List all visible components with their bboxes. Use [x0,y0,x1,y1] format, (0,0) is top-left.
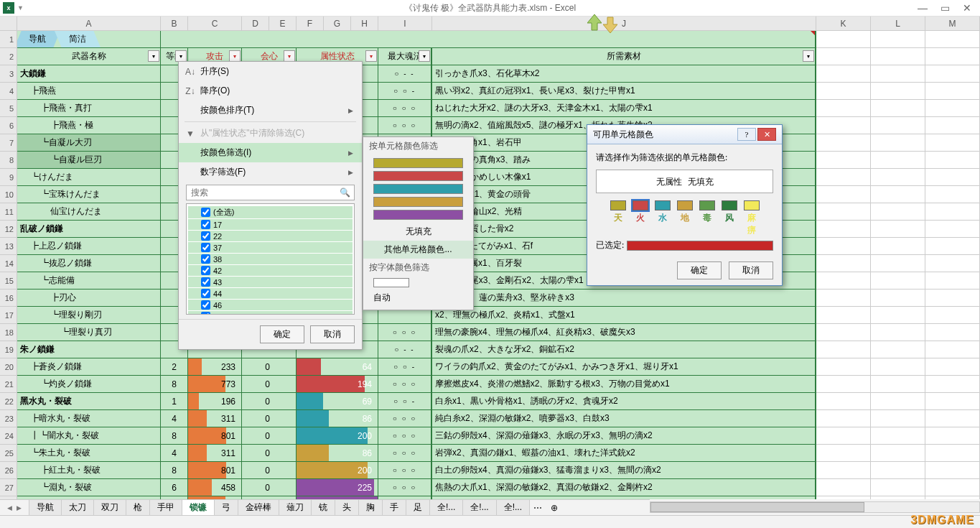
weapon-name[interactable]: ┣飛燕・極 [17,117,161,134]
level-cell[interactable]: 2 [161,358,188,376]
max-cell[interactable]: ○ ○ ○ [378,324,432,341]
level-cell[interactable]: 8 [161,427,188,445]
material-cell[interactable]: 裂魂の爪x2、大きな牙x2、銅鉱石x2 [432,341,816,358]
weapon-name[interactable]: ┣飛燕 [17,83,161,100]
material-cell[interactable]: ワイラの鈎爪x2、黄金のたてがみx1、かみつき牙x1、堀り牙x1 [432,358,816,376]
row-header[interactable]: 8 [0,152,17,169]
filter-dropdown[interactable]: ▾ [284,50,295,62]
col-header-B[interactable]: B [161,17,188,31]
crit-cell[interactable]: 0 [242,479,297,496]
col-header-D[interactable]: D [242,17,269,31]
filter-dropdown[interactable]: ▾ [365,50,377,62]
cells-area[interactable]: 导航简洁武器名称▾等级▾攻击▾会心▾属性状态▾最大魂済▾所需素材▾大鎖鎌○ - … [17,31,980,514]
crit-cell[interactable]: 0 [242,427,297,445]
sort-desc[interactable]: Z↓降序(O) [179,81,362,101]
sheet-tab[interactable]: 手甲 [149,500,182,516]
material-cell[interactable]: 白土の卵殻x4、真淵の薙鎌x3、猛毒溜まりx3、無間の滴x2 [432,462,816,479]
color-swatch[interactable] [373,158,463,168]
dialog-color-swatch[interactable] [722,200,737,210]
row-header[interactable]: 20 [0,358,17,376]
color-swatch[interactable] [373,171,463,181]
filter-dropdown[interactable]: ▾ [175,50,187,62]
max-cell[interactable]: ○ - - [378,341,432,358]
row-header[interactable]: 18 [0,324,17,341]
row-header[interactable]: 4 [0,83,17,100]
dialog-color-swatch[interactable] [610,200,626,210]
filter-check-item[interactable]: 22 [188,231,353,241]
material-cell[interactable]: ねじれた大牙x2、謎の大牙x3、天津金木x1、太陽の雫x1 [432,100,816,117]
col-header-H[interactable]: H [351,17,378,31]
weapon-name[interactable]: ┣蒼炎ノ鎖鎌 [17,358,161,376]
dialog-color-swatch[interactable] [655,200,671,210]
filter-check-item[interactable]: 17 [188,219,353,230]
sheet-tab[interactable]: 金碎棒 [238,500,279,516]
attack-cell[interactable]: 801 [188,462,242,479]
weapon-name[interactable]: ┗自凝ル大刃 [17,134,161,152]
attack-cell[interactable]: 311 [188,410,242,427]
row-header[interactable]: 2 [0,48,17,65]
row-header[interactable]: 23 [0,410,17,427]
material-cell[interactable]: 岩弾x2、真淵の鎌x1、蝦蟇の油x1、壊れた洋式銃x2 [432,445,816,462]
row-header[interactable]: 11 [0,203,17,221]
dialog-close[interactable]: ✕ [757,128,776,141]
element-cell[interactable]: 69 [297,393,378,410]
row-header[interactable]: 13 [0,238,17,255]
filter-check-item[interactable]: 38 [188,254,353,264]
level-cell[interactable]: 6 [161,479,188,496]
crit-cell[interactable]: 0 [242,358,297,376]
crit-cell[interactable]: 0 [242,393,297,410]
filter-search-input[interactable] [186,185,355,200]
horizontal-scrollbar[interactable] [650,499,980,515]
filter-check-item[interactable]: 47 [188,311,353,315]
filter-dropdown[interactable]: ▾ [419,50,430,62]
row-header[interactable]: 5 [0,100,17,117]
weapon-name[interactable]: ┃┗闇水丸・裂破 [17,427,161,445]
filter-cancel[interactable]: 取消 [310,325,355,343]
row-header[interactable]: 3 [0,65,17,83]
level-cell[interactable]: 4 [161,410,188,427]
sheet-tab[interactable]: 枪 [126,500,150,516]
sheet-tab[interactable]: 全!... [496,500,530,516]
attack-cell[interactable]: 801 [188,427,242,445]
weapon-name[interactable]: ┣紅土丸・裂破 [17,462,161,479]
weapon-name[interactable]: 朱ノ鎖鎌 [17,341,161,358]
tab-nav-next[interactable]: ▶ [17,504,22,511]
close-button[interactable]: ✕ [963,2,971,14]
filter-header[interactable]: 武器名称▾ [17,48,161,65]
row-header[interactable]: 9 [0,169,17,186]
material-cell[interactable]: 黒い羽x2、真紅の冠羽x1、長い尾x3、裂けた甲冑x1 [432,83,816,100]
material-cell[interactable]: 純白糸x2、深淵の敏鎌x2、噴夢器x3、白鼓x3 [432,410,816,427]
weapon-name[interactable]: ┗志能備 [17,272,161,290]
filter-dropdown[interactable]: ▾ [148,50,159,62]
max-cell[interactable]: ○ ○ ○ [378,100,432,117]
material-cell[interactable]: 白糸x1、黒い外骨格x1、誘眠の牙x2、貪魂牙x2 [432,393,816,410]
sheet-tab[interactable]: 双刀 [93,500,126,516]
weapon-name[interactable]: 大鎖鎌 [17,65,161,83]
tab-add[interactable]: ⊕ [546,501,562,514]
sheet-tab[interactable]: 太刀 [61,500,94,516]
dialog-help[interactable]: ? [737,128,756,141]
weapon-name[interactable]: 乱破ノ鎖鎌 [17,221,161,238]
filter-header[interactable]: 最大魂済▾ [378,48,432,65]
material-cell[interactable]: 者の石x2、蓮の葉舟x3、堅氷砕きx3 [432,290,816,307]
row-header[interactable]: 10 [0,186,17,203]
weapon-name[interactable]: ┗理裂り真刃 [17,324,161,341]
weapon-name[interactable]: ┗灼炎ノ鎖鎌 [17,376,161,393]
sheet-tab[interactable]: 导航 [29,500,62,516]
filter-dropdown[interactable]: ▾ [229,50,241,62]
filter-by-color[interactable]: 按颜色筛选(I)▶ [179,143,362,162]
row-header[interactable]: 1 [0,31,17,48]
row-header[interactable]: 24 [0,427,17,445]
weapon-name[interactable]: ┣刃心 [17,290,161,307]
dialog-cancel[interactable]: 取消 [729,261,773,279]
weapon-name[interactable]: ┗自凝ル巨刃 [17,152,161,169]
other-cell-color[interactable]: 其他单元格颜色... [363,241,473,259]
qat-dropdown[interactable]: ▼ [17,4,24,11]
auto-option[interactable]: 自动 [363,289,473,307]
level-cell[interactable]: 8 [161,462,188,479]
max-cell[interactable]: ○ ○ ○ [378,445,432,462]
max-cell[interactable]: ○ ○ - [378,393,432,410]
attack-cell[interactable]: 773 [188,376,242,393]
col-header-G[interactable]: G [324,17,351,31]
element-cell[interactable]: 86 [297,410,378,427]
